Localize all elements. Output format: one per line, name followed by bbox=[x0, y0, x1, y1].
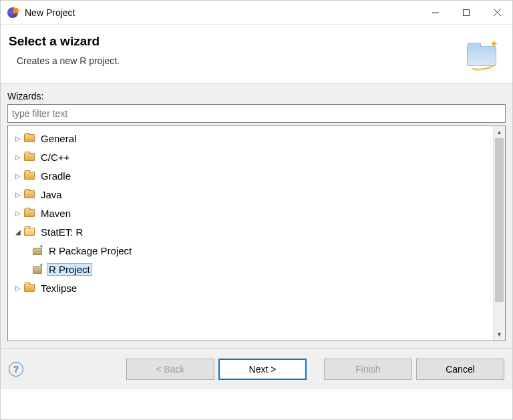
folder-open-icon bbox=[24, 228, 35, 236]
chevron-down-icon[interactable]: ◢ bbox=[13, 228, 23, 236]
wizards-label: Wizards: bbox=[7, 91, 506, 101]
folder-icon bbox=[24, 284, 35, 292]
folder-icon bbox=[24, 134, 35, 142]
next-button[interactable]: Next > bbox=[218, 359, 307, 380]
scrollbar[interactable]: ▲ ▼ bbox=[493, 126, 505, 341]
maximize-button[interactable] bbox=[451, 1, 482, 24]
wizard-icon bbox=[32, 246, 43, 255]
minimize-button[interactable] bbox=[420, 1, 451, 24]
button-bar: ? < Back Next > Finish Cancel bbox=[1, 348, 512, 389]
footer-buttons: < Back Next > Finish Cancel bbox=[126, 359, 504, 380]
new-project-icon: ✦ bbox=[464, 37, 499, 71]
tree-item-label: Gradle bbox=[41, 170, 71, 182]
tree-container: ▷ General ▷ C/C++ ▷ Gradle ▷ Java ▷ bbox=[7, 126, 506, 341]
back-button[interactable]: < Back bbox=[126, 359, 214, 380]
wizard-icon bbox=[32, 264, 43, 274]
chevron-right-icon[interactable]: ▷ bbox=[13, 154, 23, 161]
spacer bbox=[311, 359, 320, 380]
chevron-right-icon[interactable]: ▷ bbox=[13, 135, 23, 142]
folder-icon bbox=[24, 190, 35, 198]
wizard-tree[interactable]: ▷ General ▷ C/C++ ▷ Gradle ▷ Java ▷ bbox=[8, 126, 493, 341]
content-area: Wizards: ▷ General ▷ C/C++ ▷ Gradle ▷ Ja bbox=[1, 83, 512, 348]
close-button[interactable] bbox=[482, 1, 512, 24]
tree-item-general[interactable]: ▷ General bbox=[8, 129, 493, 148]
tree-item-texlipse[interactable]: ▷ Texlipse bbox=[8, 278, 493, 297]
window-controls bbox=[420, 1, 512, 24]
header-text: Select a wizard Creates a new R project. bbox=[9, 34, 120, 66]
tree-item-label: R Project bbox=[49, 264, 90, 275]
folder-icon bbox=[24, 172, 35, 180]
finish-button[interactable]: Finish bbox=[324, 359, 412, 380]
tree-item-ccpp[interactable]: ▷ C/C++ bbox=[8, 148, 493, 166]
help-icon[interactable]: ? bbox=[9, 362, 23, 377]
chevron-right-icon[interactable]: ▷ bbox=[13, 172, 23, 180]
tree-item-statet[interactable]: ◢ StatET: R bbox=[8, 222, 493, 241]
wizard-header: Select a wizard Creates a new R project.… bbox=[1, 25, 512, 83]
tree-item-label: Java bbox=[41, 189, 62, 200]
tree-item-label: C/C++ bbox=[41, 152, 69, 163]
tree-item-label: Texlipse bbox=[41, 282, 77, 294]
tree-item-gradle[interactable]: ▷ Gradle bbox=[8, 166, 493, 185]
folder-icon bbox=[24, 209, 35, 217]
tree-item-label: R Package Project bbox=[49, 245, 132, 256]
tree-item-maven[interactable]: ▷ Maven bbox=[8, 204, 493, 222]
tree-item-r-package-project[interactable]: R Package Project bbox=[8, 241, 493, 260]
filter-input[interactable] bbox=[7, 104, 506, 123]
svg-rect-1 bbox=[464, 9, 470, 15]
cancel-button[interactable]: Cancel bbox=[416, 359, 504, 380]
titlebar: New Project bbox=[1, 1, 512, 25]
page-title: Select a wizard bbox=[9, 34, 120, 49]
chevron-right-icon[interactable]: ▷ bbox=[13, 284, 23, 292]
tree-item-label: Maven bbox=[41, 208, 71, 219]
tree-item-r-project[interactable]: R Project bbox=[8, 260, 493, 278]
tree-item-java[interactable]: ▷ Java bbox=[8, 185, 493, 204]
scroll-up-icon[interactable]: ▲ bbox=[494, 126, 505, 138]
chevron-right-icon[interactable]: ▷ bbox=[13, 191, 23, 198]
tree-item-label: General bbox=[41, 133, 76, 144]
eclipse-icon bbox=[7, 7, 18, 18]
scroll-thumb[interactable] bbox=[495, 138, 504, 302]
chevron-right-icon[interactable]: ▷ bbox=[13, 210, 23, 217]
page-description: Creates a new R project. bbox=[17, 55, 120, 66]
scroll-down-icon[interactable]: ▼ bbox=[494, 329, 505, 341]
window-title: New Project bbox=[25, 7, 420, 18]
folder-icon bbox=[24, 153, 35, 161]
tree-item-label: StatET: R bbox=[41, 226, 83, 238]
